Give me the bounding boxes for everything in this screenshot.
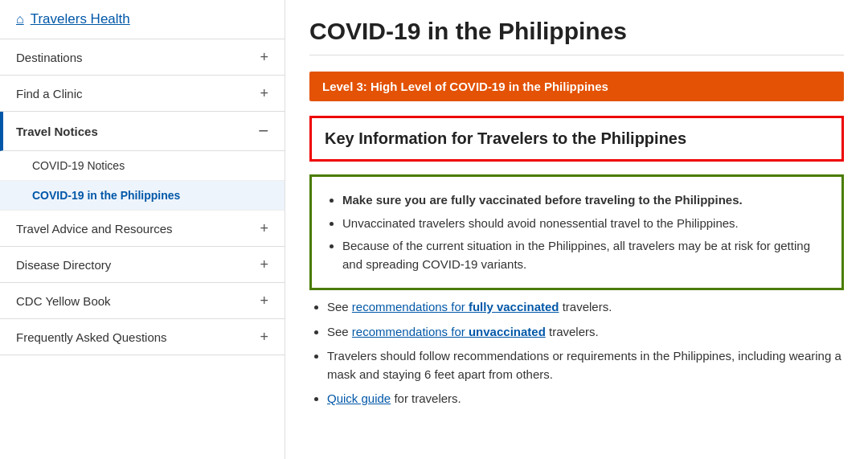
- main-content: COVID-19 in the Philippines Level 3: Hig…: [285, 0, 868, 459]
- item-text: See recommendations for fully vaccinated…: [327, 300, 612, 314]
- sidebar-item-label: Disease Directory: [16, 258, 111, 272]
- list-item: See recommendations for unvaccinated tra…: [327, 323, 844, 342]
- quick-guide-link[interactable]: Quick guide: [327, 391, 391, 405]
- plus-icon: +: [260, 293, 268, 308]
- plus-icon: +: [260, 86, 268, 100]
- plus-icon: +: [260, 50, 268, 64]
- sidebar-item-destinations[interactable]: Destinations +: [0, 39, 285, 76]
- sidebar-item-label: Travel Notices: [16, 125, 98, 138]
- item-text: Quick guide for travelers.: [327, 391, 461, 405]
- list-item: See recommendations for fully vaccinated…: [327, 298, 844, 317]
- sidebar-item-cdc-yellow-book[interactable]: CDC Yellow Book +: [0, 283, 285, 319]
- sidebar-item-faq[interactable]: Frequently Asked Questions +: [0, 319, 285, 355]
- sidebar-item-label: CDC Yellow Book: [16, 294, 111, 308]
- outer-bullet-list: See recommendations for fully vaccinated…: [309, 298, 844, 408]
- sidebar-item-label: Find a Clinic: [16, 87, 83, 100]
- item-text: Unvaccinated travelers should avoid none…: [342, 216, 739, 230]
- list-item: Unvaccinated travelers should avoid none…: [342, 215, 829, 233]
- sidebar: ⌂ Travelers Health Destinations + Find a…: [0, 0, 285, 459]
- bold-text: fully vaccinated: [469, 300, 559, 314]
- sidebar-subitems-travel-notices: COVID-19 Notices COVID-19 in the Philipp…: [0, 151, 285, 211]
- sidebar-home-link[interactable]: ⌂ Travelers Health: [0, 0, 285, 39]
- sidebar-item-disease-directory[interactable]: Disease Directory +: [0, 247, 285, 283]
- list-item: Quick guide for travelers.: [327, 390, 844, 408]
- list-item: Because of the current situation in the …: [342, 237, 829, 273]
- list-item: Travelers should follow recommendations …: [327, 347, 844, 383]
- item-text: Because of the current situation in the …: [342, 239, 810, 271]
- sidebar-item-travel-notices[interactable]: Travel Notices −: [0, 112, 285, 151]
- sidebar-subitem-covid19-philippines[interactable]: COVID-19 in the Philippines: [0, 181, 285, 211]
- home-icon: ⌂: [16, 12, 24, 27]
- bold-text: unvaccinated: [469, 325, 546, 338]
- sidebar-subitem-covid19-notices[interactable]: COVID-19 Notices: [0, 151, 285, 181]
- key-info-title: Key Information for Travelers to the Phi…: [325, 129, 829, 148]
- item-text: Travelers should follow recommendations …: [327, 349, 841, 381]
- green-highlight-box: Make sure you are fully vaccinated befor…: [309, 174, 844, 290]
- sidebar-item-label: Frequently Asked Questions: [16, 330, 167, 344]
- alert-banner: Level 3: High Level of COVID-19 in the P…: [309, 72, 844, 101]
- subitem-label: COVID-19 Notices: [32, 159, 125, 172]
- sidebar-item-find-clinic[interactable]: Find a Clinic +: [0, 76, 285, 112]
- sidebar-item-label: Travel Advice and Resources: [16, 222, 173, 236]
- sidebar-item-label: Destinations: [16, 51, 83, 64]
- sidebar-item-travel-advice[interactable]: Travel Advice and Resources +: [0, 211, 285, 247]
- sidebar-home-label: Travelers Health: [31, 11, 130, 27]
- item-text: See recommendations for unvaccinated tra…: [327, 325, 599, 338]
- list-item: Make sure you are fully vaccinated befor…: [342, 191, 829, 210]
- key-info-box: Key Information for Travelers to the Phi…: [309, 116, 844, 162]
- bold-text: Make sure you are fully vaccinated befor…: [342, 193, 743, 207]
- subitem-label: COVID-19 in the Philippines: [32, 189, 180, 202]
- plus-icon: +: [260, 221, 268, 236]
- minus-icon: −: [258, 122, 268, 140]
- page-title: COVID-19 in the Philippines: [309, 18, 844, 55]
- unvaccinated-link[interactable]: recommendations for unvaccinated: [352, 325, 546, 338]
- fully-vaccinated-link[interactable]: recommendations for fully vaccinated: [352, 300, 559, 314]
- plus-icon: +: [260, 330, 268, 344]
- plus-icon: +: [260, 257, 268, 272]
- green-bullet-list: Make sure you are fully vaccinated befor…: [325, 191, 829, 273]
